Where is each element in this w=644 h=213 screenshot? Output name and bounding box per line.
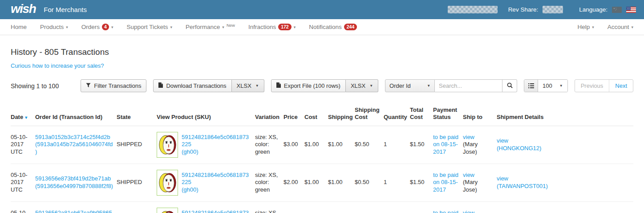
cell-variation: size: XS, color: green (255, 201, 284, 213)
nav-item-label: Orders (81, 23, 100, 31)
sku-variant-link[interactable]: (gh00) (182, 148, 251, 156)
increase-sales-link[interactable]: Curious how to increase your sales? (11, 62, 104, 69)
payment-status-link[interactable]: to be paid on 08-15-2017 (433, 134, 458, 155)
payment-status-link[interactable]: to be paid on 08-15-2017 (433, 209, 458, 213)
table-row: 05-10-2017 UTC 59136562a81eb67ca9b95865 … (11, 201, 633, 213)
file-icon (158, 82, 163, 89)
chevron-down-icon: ▾ (294, 25, 296, 29)
cell-product: 59124821864e5c0681873225 (gh00) (157, 126, 255, 164)
ship-to-name: (Mary Jose) (463, 141, 493, 156)
nav-item-products[interactable]: Products▾ (40, 23, 68, 31)
filter-transactions-button[interactable]: Filter Transactions (81, 79, 146, 92)
search-button[interactable] (502, 79, 517, 92)
sku-variant-link[interactable]: (gh00) (182, 186, 251, 194)
redacted-rev-share-value (543, 6, 563, 13)
column-header: Shipment Details (497, 105, 633, 126)
shipment-view-link[interactable]: view (497, 137, 630, 145)
chevron-down-icon: ▾ (631, 25, 633, 29)
cell-state: SHIPPED (117, 126, 157, 164)
download-format-label: XLSX (237, 82, 251, 89)
sort-caret-icon: ▾ (25, 115, 27, 120)
nav-item-label: Home (11, 23, 27, 31)
export-file-button[interactable]: Export File (100 rows) (271, 79, 346, 92)
search-input[interactable] (435, 79, 502, 92)
transaction-id-link[interactable]: (5913656e04997b870888f2f8) (35, 183, 113, 190)
nav-right: Help▾Account▾ (564, 23, 633, 31)
toolbar-groups: Filter Transactions Download Transaction… (81, 79, 633, 92)
payment-status-link[interactable]: to be paid on 08-15-2017 (433, 172, 458, 193)
shipment-provider-link[interactable]: (HONGKONG12) (497, 145, 630, 152)
nav-item-notifications[interactable]: Notifications244 (309, 23, 357, 31)
chevron-down-icon: ▾ (170, 25, 173, 29)
nav-item-account[interactable]: Account▾ (608, 23, 633, 31)
usa-flag-icon[interactable] (626, 7, 636, 13)
product-thumbnail[interactable] (157, 170, 178, 196)
download-group: Download Transactions XLSX ▼ (153, 79, 264, 92)
next-page-button[interactable]: Next (609, 80, 633, 92)
cell-shipping: $1.00 (328, 201, 355, 213)
order-id-link[interactable]: 5913a0152b3c3714c25f4d2b (35, 134, 113, 141)
order-id-link[interactable]: 59136562a81eb67ca9b95865 (35, 209, 113, 213)
sku-link[interactable]: 59124821864e5c0681873225 (182, 172, 251, 186)
product-thumbnail[interactable] (157, 208, 178, 213)
download-transactions-button[interactable]: Download Transactions (153, 79, 231, 92)
cell-variation: size: XS, color: green (255, 126, 284, 164)
nav-item-infractions[interactable]: Infractions172▾ (248, 23, 296, 31)
cell-order-id: 5913656e873bf419d2be71ab (5913656e04997b… (35, 164, 117, 201)
notification-badge: 172 (278, 24, 292, 31)
nav-item-performance[interactable]: Performance▾New (186, 23, 235, 31)
cell-shipment-details: view (TAIWANUSAPI) (497, 201, 633, 213)
table-row: 05-10-2017 UTC 5913a0152b3c3714c25f4d2b … (11, 126, 633, 164)
cell-variation: size: XS, color: green (255, 164, 284, 201)
column-header: Cost (304, 105, 328, 126)
cell-product: 59124821864e5c0681873225 (gh00) (157, 164, 255, 201)
topbar-right: Rev Share: Language: (448, 6, 636, 13)
sku-link[interactable]: 59124821864e5c0681873225 (182, 209, 251, 213)
sku-link[interactable]: 59124821864e5c0681873225 (182, 134, 251, 148)
main-nav: HomeProducts▾Orders4▾Support Tickets▾Per… (0, 19, 644, 35)
nav-item-label: Support Tickets (126, 23, 168, 31)
export-format-select[interactable]: XLSX ▼ (346, 79, 378, 92)
column-header: Price (284, 105, 304, 126)
cell-payment-status: to be paid on 08-15-2017 (433, 164, 463, 201)
cell-date: 05-10-2017 UTC (11, 164, 35, 201)
column-header[interactable]: Date▾ (11, 105, 35, 126)
column-header: Shipping (328, 105, 355, 126)
search-field-select[interactable]: Order Id ▼ (385, 79, 435, 92)
cell-ship-to: view (Mary Jose) (463, 164, 497, 201)
china-flag-icon[interactable] (612, 7, 622, 13)
nav-item-support-tickets[interactable]: Support Tickets▾ (126, 23, 172, 31)
nav-item-home[interactable]: Home (11, 23, 27, 31)
ship-to-view-link[interactable]: view (463, 172, 493, 179)
wish-logo[interactable]: wish (11, 3, 36, 15)
ship-to-view-link[interactable]: view (463, 134, 493, 141)
download-format-select[interactable]: XLSX ▼ (232, 79, 264, 92)
page-title: History - 805 Transactions (11, 47, 633, 57)
nav-item-orders[interactable]: Orders4▾ (81, 23, 113, 31)
cell-payment-status: to be paid on 08-15-2017 (433, 126, 463, 164)
previous-page-button[interactable]: Previous (575, 80, 609, 92)
cell-price: $2.00 (284, 201, 304, 213)
transaction-id-link[interactable]: (5913a0145b72a561046074fd) (35, 141, 113, 156)
column-header: Payment Status (433, 105, 463, 126)
order-id-link[interactable]: 5913656e873bf419d2be71ab (35, 175, 113, 183)
showing-count: Showing 1 to 100 (11, 82, 59, 90)
cell-quantity: 1 (384, 201, 410, 213)
nav-item-help[interactable]: Help▾ (577, 23, 594, 31)
column-header: Total Cost (410, 105, 433, 126)
nav-item-label: Products (40, 23, 64, 31)
column-header: State (117, 105, 157, 126)
cell-shipment-details: view (HONGKONG12) (497, 126, 633, 164)
shipment-view-link[interactable]: view (497, 175, 630, 183)
nav-item-label: Notifications (309, 23, 342, 31)
column-header: Order Id (Transaction Id) (35, 105, 117, 126)
ship-to-view-link[interactable]: view (463, 209, 493, 213)
export-format-label: XLSX (351, 82, 365, 89)
shipment-provider-link[interactable]: (TAIWANPOST001) (497, 183, 630, 190)
product-thumbnail[interactable] (157, 132, 178, 158)
cell-shipping-cost: $0.50 (355, 126, 384, 164)
page-size-select[interactable]: 100 ▼ (538, 80, 567, 92)
list-icon[interactable] (524, 80, 538, 92)
notification-badge: 4 (102, 24, 109, 31)
table-row: 05-10-2017 UTC 5913656e873bf419d2be71ab … (11, 164, 633, 201)
